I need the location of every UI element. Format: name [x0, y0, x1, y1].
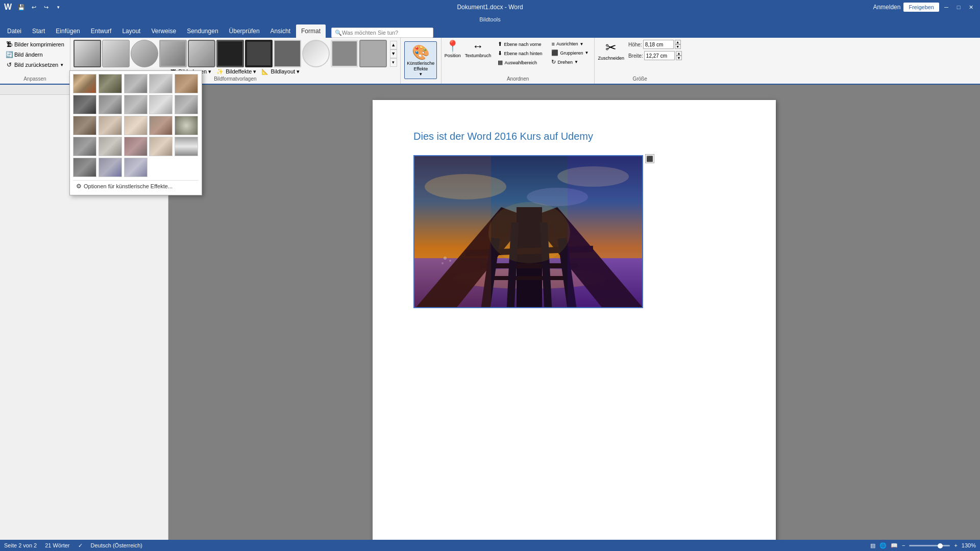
width-up[interactable]: ▲ — [676, 51, 682, 56]
quick-access-more[interactable]: ▼ — [54, 3, 63, 12]
kuenstlerische-dropdown-icon: ▼ — [419, 72, 423, 77]
artistic-effects-dropdown: ⚙ Optionen für künstlerische Effekte... — [69, 70, 202, 195]
bilder-komprimieren-button[interactable]: 🗜 Bilder komprimieren — [3, 40, 67, 49]
quick-redo-icon[interactable]: ↪ — [41, 3, 51, 12]
height-input[interactable] — [643, 40, 674, 49]
svg-point-21 — [442, 262, 444, 264]
img-style-8[interactable] — [274, 40, 301, 67]
gallery-scroll-up[interactable]: ▲ — [390, 41, 397, 49]
restore-button[interactable]: □ — [953, 2, 964, 12]
zoom-out-button[interactable]: − — [902, 542, 905, 548]
drehen-button[interactable]: ↻ Drehen ▼ — [549, 58, 591, 66]
gallery-scroll-down[interactable]: ▼ — [390, 49, 397, 58]
art-effect-9[interactable] — [149, 95, 173, 114]
img-style-4[interactable] — [159, 40, 187, 67]
auswahlbereich-button[interactable]: ▦ Auswahlbereich — [495, 58, 545, 67]
spell-check-icon[interactable]: ✓ — [78, 542, 83, 549]
quick-undo-icon[interactable]: ↩ — [29, 3, 38, 12]
height-up[interactable]: ▲ — [675, 40, 681, 44]
close-button[interactable]: ✕ — [966, 2, 976, 12]
img-style-2[interactable] — [102, 40, 130, 67]
art-effect-22[interactable] — [99, 158, 122, 177]
position-button[interactable]: 📍 Position — [445, 40, 461, 58]
art-effect-6[interactable] — [73, 95, 96, 114]
tab-einfuegen[interactable]: Einfügen — [51, 24, 85, 38]
zuschneiden-button[interactable]: ✂ Zuschneiden — [598, 40, 624, 61]
tab-start[interactable]: Start — [27, 24, 50, 38]
art-effect-15[interactable] — [175, 116, 198, 135]
art-effect-21[interactable] — [73, 158, 96, 177]
tab-layout[interactable]: Layout — [117, 24, 145, 38]
art-effect-16[interactable] — [73, 137, 96, 156]
art-effect-8[interactable] — [124, 95, 148, 114]
width-spinner[interactable]: ▲ ▼ — [676, 51, 682, 60]
art-effect-1[interactable] — [73, 74, 96, 93]
art-effect-7[interactable] — [99, 95, 122, 114]
ausrichten-button[interactable]: ≡ Ausrichten ▼ — [549, 40, 591, 48]
art-effect-2[interactable] — [99, 74, 122, 93]
img-style-6[interactable] — [216, 40, 244, 67]
art-effect-20[interactable] — [175, 137, 198, 156]
bildeffekte-button[interactable]: ✨ Bildeffekte ▾ — [216, 68, 256, 75]
ebene-vorne-button[interactable]: ⬆ Ebene nach vorne — [495, 40, 545, 48]
bild-aendern-button[interactable]: 🔄 Bild ändern — [3, 50, 45, 59]
kuenstlerische-effekte-button[interactable]: 🎨 KünstlerischeEffekte ▼ — [404, 41, 437, 79]
img-style-9[interactable] — [302, 40, 330, 67]
art-effect-12[interactable] — [99, 116, 122, 135]
bildlayout-button[interactable]: 📐 Bildlayout ▾ — [261, 68, 300, 75]
art-effect-14[interactable] — [149, 116, 173, 135]
title-bar: W 💾 ↩ ↪ ▼ Dokument1.docx - Word Anmelden… — [0, 0, 980, 14]
sign-in-link[interactable]: Anmelden — [873, 4, 900, 11]
art-effect-11[interactable] — [73, 116, 96, 135]
art-effect-3[interactable] — [124, 74, 148, 93]
width-down[interactable]: ▼ — [676, 56, 682, 60]
share-button[interactable]: Freigeben — [903, 3, 939, 12]
textumbruch-button[interactable]: ↔ Textumbruch — [465, 40, 492, 58]
document-title: Dokument1.docx - Word — [457, 4, 523, 11]
zoom-slider[interactable] — [909, 545, 950, 546]
art-effect-17[interactable] — [99, 137, 122, 156]
view-mode-read[interactable]: 📖 — [891, 542, 898, 549]
tab-datei[interactable]: Datei — [2, 24, 27, 38]
minimize-button[interactable]: ─ — [941, 2, 951, 12]
view-mode-web[interactable]: 🌐 — [879, 542, 887, 549]
img-style-1[interactable] — [74, 40, 101, 67]
quick-save-icon[interactable]: 💾 — [17, 3, 26, 12]
gallery-expand[interactable]: ▾ — [390, 58, 397, 67]
img-style-7[interactable] — [245, 40, 273, 67]
art-effect-4[interactable] — [149, 74, 173, 93]
art-effect-5[interactable] — [175, 74, 198, 93]
img-style-5[interactable] — [188, 40, 215, 67]
tab-format[interactable]: Format — [296, 24, 326, 38]
art-effect-18[interactable] — [124, 137, 148, 156]
view-mode-print[interactable]: ▤ — [870, 542, 875, 549]
height-spinner[interactable]: ▲ ▼ — [675, 40, 681, 49]
height-down[interactable]: ▼ — [675, 44, 681, 49]
art-effect-19[interactable] — [149, 137, 173, 156]
art-effect-13[interactable] — [124, 116, 148, 135]
tab-verweise[interactable]: Verweise — [146, 24, 181, 38]
img-style-11[interactable] — [359, 40, 387, 67]
zoom-level[interactable]: 130% — [962, 542, 976, 548]
img-style-3[interactable] — [131, 40, 158, 67]
zoom-thumb[interactable] — [938, 543, 943, 548]
tab-ansicht[interactable]: Ansicht — [265, 24, 296, 38]
search-input[interactable] — [342, 30, 424, 36]
tab-ueberpruefen[interactable]: Überprüfen — [224, 24, 265, 38]
width-input[interactable] — [644, 51, 675, 60]
zoom-in-button[interactable]: + — [954, 542, 957, 548]
tab-sendungen[interactable]: Sendungen — [182, 24, 223, 38]
ebene-hinten-button[interactable]: ⬇ Ebene nach hinten — [495, 49, 545, 58]
search-bar[interactable]: 🔍 — [331, 28, 433, 38]
artistic-options-link[interactable]: ⚙ Optionen für künstlerische Effekte... — [73, 180, 199, 192]
art-effect-23[interactable] — [124, 158, 148, 177]
art-effect-10[interactable] — [175, 95, 198, 114]
image-layout-handle[interactable]: ⬛ — [645, 154, 654, 163]
tab-entwurf[interactable]: Entwurf — [86, 24, 117, 38]
img-style-10[interactable] — [331, 40, 358, 67]
bild-zuruecksetzen-button[interactable]: ↺ Bild zurücksetzen ▼ — [3, 60, 66, 69]
image-container[interactable]: ⬛ — [413, 155, 643, 308]
ribbon-group-kuenstlerisch: 🎨 KünstlerischeEffekte ▼ — [401, 38, 442, 84]
gruppieren-button[interactable]: ⬛ Gruppieren ▼ — [549, 48, 591, 57]
compress-icon: 🗜 — [6, 41, 13, 48]
